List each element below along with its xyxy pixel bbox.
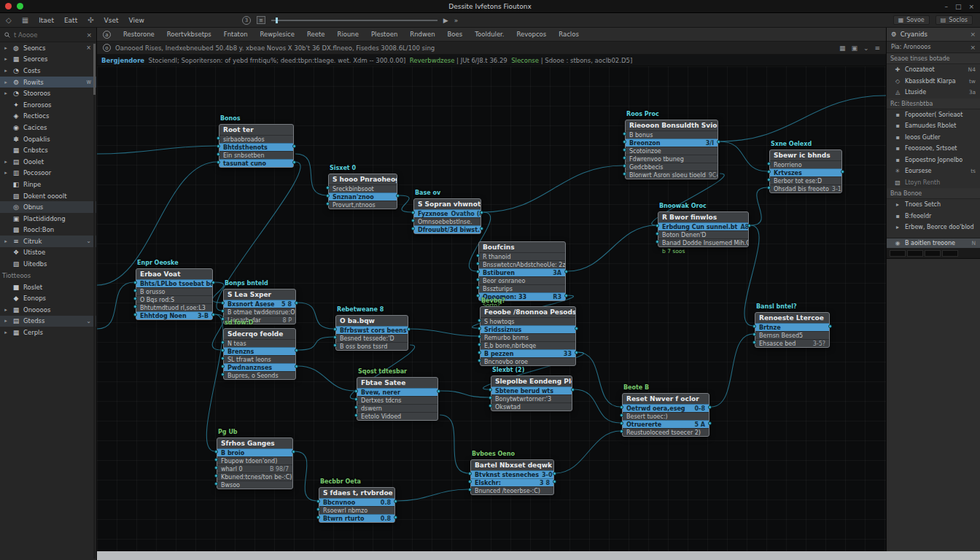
search-input[interactable] — [14, 31, 82, 39]
input-port[interactable] — [214, 450, 218, 454]
tab-revopcos[interactable]: Revopcos — [517, 31, 547, 38]
input-port[interactable] — [476, 286, 480, 289]
node-row[interactable]: Bncnovbo oroe — [481, 357, 575, 365]
input-port[interactable] — [217, 136, 220, 140]
panel-item-eopoestno-jopnelbo[interactable]: ▪Eopoestno Jopnelbo — [887, 155, 980, 166]
tab-plestoen[interactable]: Plestoen — [371, 31, 397, 38]
play-icon[interactable]: ▶ — [443, 17, 448, 24]
input-port[interactable] — [214, 458, 218, 462]
node-row[interactable]: Dertxes tdcns — [357, 396, 438, 404]
output-port[interactable] — [828, 324, 832, 328]
input-port[interactable] — [623, 140, 626, 144]
input-port[interactable] — [476, 262, 480, 265]
clear-search-icon[interactable]: × — [86, 31, 92, 39]
input-port[interactable] — [411, 219, 415, 222]
output-port[interactable] — [394, 516, 397, 519]
graph-node-sdecrqo-feolde[interactable]: sd fow:DSdecrqo feoldeN teasBrenznsSL tf… — [223, 328, 296, 380]
scrollbar-thumb[interactable] — [93, 44, 96, 95]
node-box[interactable]: Erbao VoatBhts/LPLbo tsoebat belaB oruss… — [136, 268, 213, 320]
input-port[interactable] — [620, 405, 623, 409]
sidebar-item-cacices[interactable]: ◉Cacices — [0, 122, 96, 133]
output-port[interactable] — [564, 270, 568, 273]
node-row[interactable]: Sridssiznus — [481, 325, 575, 333]
node-row[interactable]: Btwrn rturto0.8 — [319, 514, 394, 522]
output-port[interactable] — [295, 365, 298, 368]
tab-rioune[interactable]: Rioune — [337, 31, 358, 38]
input-port[interactable] — [354, 397, 358, 401]
input-port[interactable] — [354, 413, 358, 417]
graph-node-rieooon-bonsuldth-sviopoe[interactable]: Roos ProcRieooon Bonsuldth SviopoeB bonu… — [625, 120, 718, 179]
graph-node-root-ter[interactable]: BonosRoot tersirbaobroadosBhtdsthenotsEi… — [219, 124, 294, 168]
output-port[interactable] — [480, 227, 483, 230]
node-box[interactable]: Root tersirbaobroadosBhtdsthenotsEin snb… — [219, 124, 294, 168]
node-row[interactable]: wharl 0B 98/7 — [217, 464, 292, 472]
node-box[interactable]: S hooo PnraoheogSreckbinbsootSnznan'znoo… — [328, 174, 397, 209]
sidebar-item-roocl-bon[interactable]: ▩Roocl:Bon — [0, 225, 96, 236]
sidebar-item-gtedss[interactable]: ▸▤Gtedss⌄ — [0, 316, 96, 327]
panel-item-ieoos-gutler[interactable]: ▪Ieoos Gutler — [887, 132, 980, 144]
panel-item-fopoooter-sorieaot[interactable]: ▪Fopoooter( Sorieaot — [887, 109, 980, 121]
node-box[interactable]: Sdecrqo feoldeN teasBrenznsSL tfrawt leo… — [223, 328, 296, 380]
input-port[interactable] — [620, 413, 623, 417]
node-row[interactable]: Besned tessede:'D — [336, 334, 408, 342]
tab-fntaton[interactable]: Fntaton — [224, 31, 248, 38]
item-badge[interactable]: × — [86, 44, 93, 51]
node-row[interactable]: Banad Dodde Insuemed Mih.C3 — [658, 238, 748, 246]
node-box[interactable]: Bartel Nbxset deqwkBtvknst stesneches3-0… — [470, 459, 554, 495]
input-port[interactable] — [478, 335, 481, 338]
input-port[interactable] — [468, 472, 472, 475]
node-row[interactable]: Rsoewrl nbmzo — [319, 506, 394, 514]
tab-rewplesice[interactable]: Rewplesice — [260, 31, 295, 38]
tab-toolduler-[interactable]: Toolduler. — [475, 31, 504, 38]
node-row[interactable]: Boton Denen'D — [658, 230, 748, 238]
grid-view-icon[interactable]: ▦ — [839, 44, 846, 52]
panel-item-ltoyn-renth[interactable]: ▧Ltoyn Renth — [887, 177, 980, 189]
node-row[interactable]: Provurt,ntnoos — [329, 201, 397, 209]
graph-node-sfrhos-ganges[interactable]: Pg UbSfrhos GangesB broioFbupow tdoen'on… — [217, 438, 293, 489]
node-row[interactable]: Ehsasce bed3-5? — [755, 339, 829, 347]
tab-restorone[interactable]: Restorone — [123, 31, 155, 38]
graph-node-s-hooo-pnraoheog[interactable]: Sisxet 0S hooo PnraoheogSreckbinbsootSnz… — [328, 174, 397, 209]
node-row[interactable]: Elskchr:3 8 — [471, 478, 553, 486]
panel-item-b-feoeldr[interactable]: ▪B:feoeldr — [887, 211, 980, 222]
node-row[interactable]: Bstiburen3A — [479, 268, 565, 276]
sidebar-item-plactididdong[interactable]: ▣Plactididdong — [0, 213, 96, 225]
panel-item-eamuudes-rbolet[interactable]: ▪Eamuudes Rbolet — [887, 120, 980, 132]
chevron-down-icon[interactable]: ⌄ — [86, 238, 93, 244]
input-port[interactable] — [333, 335, 337, 339]
sidebar-item-enorosos[interactable]: ✦Enorosos — [0, 99, 96, 111]
output-port[interactable] — [396, 194, 400, 198]
graph-node-r-bwor-finwlos[interactable]: Bnoowak OrocR Bwor finwlosErbdung Cun su… — [658, 211, 749, 247]
sidebar-item-dokent-oooolt[interactable]: ▨Dokent oooolt — [0, 190, 96, 202]
node-row[interactable]: B otmae twddensrue:O — [224, 308, 295, 316]
graph-node-sbewr-ic-bhnds[interactable]: Sxne OelexdSbewr ic bhndsReorrienoKrtvsz… — [769, 149, 842, 193]
node-row[interactable]: SL tfrawt leons — [224, 355, 295, 363]
pointer-icon[interactable]: ◇ — [6, 16, 12, 24]
graph-node-s-fdaes-t-rtvbrdoe[interactable]: Becbbr OetaS fdaes t, rtvbrdoeBbcnvnoo0.… — [319, 487, 395, 523]
expander-icon[interactable]: ▸ — [3, 238, 9, 244]
input-port[interactable] — [354, 405, 358, 409]
expander-icon[interactable]: ▸ — [3, 68, 9, 74]
input-port[interactable] — [489, 388, 492, 392]
expander-icon[interactable]: ▸ — [3, 45, 9, 51]
skip-end-icon[interactable]: » — [454, 17, 459, 24]
input-port[interactable] — [221, 341, 225, 344]
output-port[interactable] — [553, 472, 556, 475]
node-row[interactable]: B bonus — [626, 131, 718, 139]
node-box[interactable]: Feoobe /8nonnoa PesodsS howtoqsSridssizn… — [480, 306, 576, 366]
panel-item-cnozateot[interactable]: ✚CnozateotN4 — [887, 64, 980, 76]
node-row[interactable]: Bhts/LPLbo tsoebat bela — [136, 279, 212, 287]
input-port[interactable] — [316, 499, 320, 503]
input-port[interactable] — [354, 389, 358, 393]
input-port[interactable] — [623, 148, 626, 152]
node-row[interactable]: O Bqs rod:S — [136, 295, 212, 303]
input-port[interactable] — [752, 341, 756, 344]
output-port[interactable] — [407, 327, 411, 331]
input-port[interactable] — [326, 202, 330, 206]
input-port[interactable] — [478, 319, 481, 322]
node-box[interactable]: S fdaes t, rtvbrdoeBbcnvnoo0.8Rsoewrl nb… — [319, 487, 395, 523]
graph-node-bartel-nbxset-deqwk[interactable]: Bvboes OenoBartel Nbxset deqwkBtvknst st… — [470, 459, 554, 495]
node-row[interactable]: BnsswtetcnAbdstcheoUe: 2z — [479, 260, 565, 268]
output-port[interactable] — [708, 405, 712, 409]
input-port[interactable] — [620, 429, 623, 433]
